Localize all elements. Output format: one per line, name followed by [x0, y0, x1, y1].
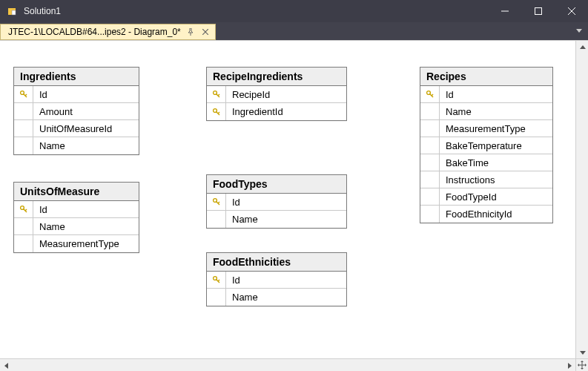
- entity-column-row[interactable]: Name: [207, 289, 346, 306]
- entity-column-row[interactable]: UnitOfMeasureId: [14, 120, 139, 137]
- entity-header[interactable]: Recipes: [420, 68, 552, 86]
- entity-column-row[interactable]: Id: [14, 201, 139, 218]
- scroll-left-button[interactable]: [0, 359, 13, 371]
- maximize-button[interactable]: [521, 0, 555, 22]
- svg-line-24: [218, 280, 219, 281]
- primary-key-icon: [207, 103, 226, 120]
- key-cell-empty: [14, 235, 33, 252]
- entity-table[interactable]: RecipesIdNameMeasurementTypeBakeTemperat…: [420, 67, 553, 223]
- column-name: Amount: [33, 106, 79, 117]
- primary-key-icon: [14, 86, 33, 102]
- key-cell-empty: [207, 289, 226, 306]
- column-name: Id: [33, 204, 53, 215]
- entity-header[interactable]: UnitsOfMeasure: [14, 183, 139, 201]
- column-name: Name: [226, 292, 264, 303]
- minimize-button[interactable]: [488, 0, 521, 22]
- key-cell-empty: [420, 103, 440, 119]
- tab-diagram[interactable]: JTEC-1\LOCALDB#64...ipes2 - Diagram_0*: [0, 24, 216, 40]
- entity-column-row[interactable]: Name: [420, 103, 552, 120]
- close-icon[interactable]: [200, 27, 211, 37]
- scroll-right-button[interactable]: [563, 359, 575, 371]
- column-name: Name: [33, 221, 71, 232]
- entity-column-row[interactable]: MeasurementType: [420, 120, 552, 137]
- column-name: Id: [440, 89, 460, 100]
- entity-table[interactable]: RecipeIngredientsRecipeIdIngredientId: [206, 67, 347, 121]
- svg-line-18: [218, 112, 219, 114]
- svg-line-9: [25, 94, 27, 96]
- window-title: Solution1: [24, 6, 61, 16]
- column-name: UnitOfMeasureId: [33, 123, 118, 134]
- entity-column-row[interactable]: FoodEthnicityId: [420, 206, 552, 223]
- key-cell-empty: [420, 171, 440, 188]
- column-name: Name: [33, 140, 71, 151]
- close-button[interactable]: [555, 0, 588, 22]
- column-name: BakeTemperature: [440, 140, 528, 151]
- svg-line-12: [25, 209, 27, 211]
- key-cell-empty: [420, 120, 440, 137]
- column-name: Id: [226, 275, 246, 286]
- entity-column-row[interactable]: Id: [420, 86, 552, 103]
- primary-key-icon: [207, 194, 226, 210]
- entity-column-row[interactable]: Id: [14, 86, 139, 103]
- key-cell-empty: [420, 188, 440, 205]
- entity-column-row[interactable]: IngredientId: [207, 103, 346, 120]
- svg-line-15: [218, 94, 219, 96]
- primary-key-icon: [14, 201, 33, 217]
- key-cell-empty: [207, 211, 226, 228]
- svg-line-27: [432, 94, 433, 96]
- column-name: Id: [226, 197, 246, 208]
- entity-header[interactable]: FoodEthnicities: [207, 253, 346, 272]
- entity-table[interactable]: FoodEthnicitiesIdName: [206, 252, 347, 306]
- primary-key-icon: [207, 86, 226, 102]
- entity-table[interactable]: IngredientsIdAmountUnitOfMeasureIdName: [13, 67, 139, 155]
- key-cell-empty: [14, 218, 33, 234]
- tab-label: JTEC-1\LOCALDB#64...ipes2 - Diagram_0*: [8, 27, 181, 37]
- tabstrip: JTEC-1\LOCALDB#64...ipes2 - Diagram_0*: [0, 22, 588, 40]
- column-name: Name: [226, 214, 264, 225]
- column-name: FoodEthnicityId: [440, 209, 518, 220]
- column-name: MeasurementType: [440, 123, 532, 134]
- diagram-viewport: IngredientsIdAmountUnitOfMeasureIdNameUn…: [0, 40, 588, 371]
- entity-header[interactable]: FoodTypes: [207, 175, 346, 194]
- horizontal-scrollbar[interactable]: [0, 358, 575, 371]
- titlebar[interactable]: Solution1: [0, 0, 588, 22]
- entity-column-row[interactable]: Amount: [14, 103, 139, 120]
- entity-column-row[interactable]: BakeTemperature: [420, 137, 552, 154]
- entity-header[interactable]: Ingredients: [14, 68, 139, 86]
- entity-column-row[interactable]: Instructions: [420, 171, 552, 188]
- svg-rect-0: [12, 10, 16, 15]
- key-cell-empty: [14, 103, 33, 119]
- key-cell-empty: [420, 137, 440, 154]
- scroll-down-button[interactable]: [576, 346, 588, 358]
- column-name: MeasurementType: [33, 238, 125, 249]
- entity-header[interactable]: RecipeIngredients: [207, 68, 346, 86]
- entity-table[interactable]: UnitsOfMeasureIdNameMeasurementType: [13, 182, 139, 253]
- key-cell-empty: [420, 206, 440, 223]
- scroll-track-vertical[interactable]: [576, 53, 588, 346]
- column-name: Instructions: [440, 174, 501, 186]
- scroll-track-horizontal[interactable]: [13, 359, 563, 371]
- column-name: BakeTime: [440, 157, 495, 168]
- app-icon: [6, 5, 18, 17]
- column-name: IngredientId: [226, 106, 289, 117]
- pin-icon[interactable]: [185, 27, 196, 37]
- key-cell-empty: [14, 137, 33, 154]
- key-cell-empty: [420, 154, 440, 171]
- entity-column-row[interactable]: Name: [14, 218, 139, 235]
- entity-column-row[interactable]: FoodTypeId: [420, 188, 552, 206]
- entity-column-row[interactable]: BakeTime: [420, 154, 552, 171]
- scroll-up-button[interactable]: [576, 41, 588, 53]
- pan-handle[interactable]: [575, 358, 588, 371]
- entity-table[interactable]: FoodTypesIdName: [206, 174, 347, 229]
- entity-column-row[interactable]: Name: [14, 137, 139, 154]
- entity-column-row[interactable]: Id: [207, 272, 346, 289]
- tab-overflow-dropdown[interactable]: [573, 25, 585, 37]
- entity-column-row[interactable]: Name: [207, 211, 346, 228]
- vertical-scrollbar[interactable]: [575, 41, 588, 358]
- entity-column-row[interactable]: RecipeId: [207, 86, 346, 103]
- key-cell-empty: [14, 120, 33, 137]
- entity-column-row[interactable]: MeasurementType: [14, 235, 139, 252]
- diagram-canvas[interactable]: IngredientsIdAmountUnitOfMeasureIdNameUn…: [0, 41, 575, 358]
- column-name: RecipeId: [226, 89, 276, 100]
- entity-column-row[interactable]: Id: [207, 194, 346, 211]
